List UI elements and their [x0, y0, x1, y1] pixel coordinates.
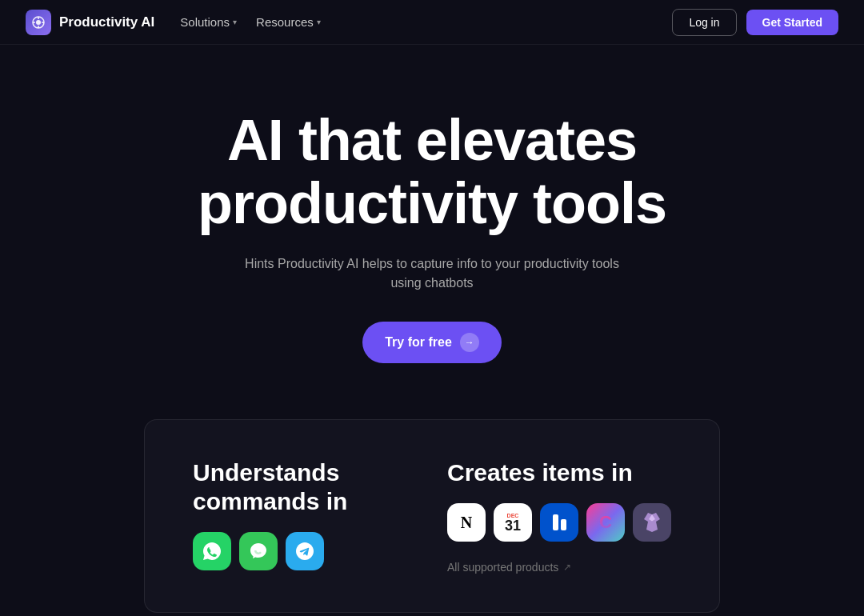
nav-resources-label: Resources: [256, 15, 314, 29]
external-link-icon: ↗: [563, 562, 571, 573]
login-button[interactable]: Log in: [672, 9, 736, 36]
features-card: Understands commands in: [144, 419, 720, 613]
all-products-link[interactable]: All supported products ↗: [447, 561, 671, 574]
messaging-apps-row: [193, 532, 383, 570]
navbar-left: Productivity AI Solutions ▾ Resources ▾: [26, 10, 321, 35]
google-calendar-icon: DEC 31: [494, 503, 532, 542]
creates-title: Creates items in: [447, 458, 671, 487]
nav-links: Solutions ▾ Resources ▾: [180, 15, 320, 29]
productivity-apps-row: N DEC 31 C: [447, 503, 671, 542]
clickup-icon: C: [586, 503, 625, 542]
brand[interactable]: Productivity AI: [26, 10, 154, 35]
brand-logo-icon: [26, 10, 51, 35]
navbar: Productivity AI Solutions ▾ Resources ▾ …: [0, 0, 864, 45]
chevron-down-icon: ▾: [233, 18, 237, 26]
telegram-icon: [286, 532, 324, 570]
notion-icon: N: [447, 503, 486, 542]
hero-title-line1: AI that elevates: [227, 108, 637, 172]
hero-section: AI that elevates productivity tools Hint…: [0, 45, 864, 395]
creates-col: Creates items in N DEC 31: [447, 458, 671, 574]
imessage-icon: [239, 532, 278, 570]
hero-subtitle: Hints Productivity AI helps to capture i…: [232, 254, 632, 293]
navbar-right: Log in Get Started: [672, 9, 838, 36]
understands-col: Understands commands in: [193, 458, 383, 570]
nav-resources[interactable]: Resources ▾: [256, 15, 321, 29]
hero-title: AI that elevates productivity tools: [198, 109, 666, 235]
svg-point-1: [36, 20, 41, 25]
try-free-button[interactable]: Try for free →: [362, 322, 502, 363]
nav-solutions-label: Solutions: [180, 15, 230, 29]
trello-icon: [540, 503, 578, 542]
arrow-circle-icon: →: [460, 333, 479, 352]
hero-title-line2: productivity tools: [198, 171, 666, 235]
understands-title: Understands commands in: [193, 458, 383, 516]
whatsapp-icon: [193, 532, 231, 570]
try-free-label: Try for free: [385, 335, 452, 350]
brand-name: Productivity AI: [59, 14, 154, 30]
obsidian-icon: [633, 503, 671, 542]
get-started-button[interactable]: Get Started: [746, 10, 838, 35]
nav-solutions[interactable]: Solutions ▾: [180, 15, 237, 29]
chevron-down-icon: ▾: [317, 18, 321, 26]
all-products-label: All supported products: [447, 561, 558, 574]
